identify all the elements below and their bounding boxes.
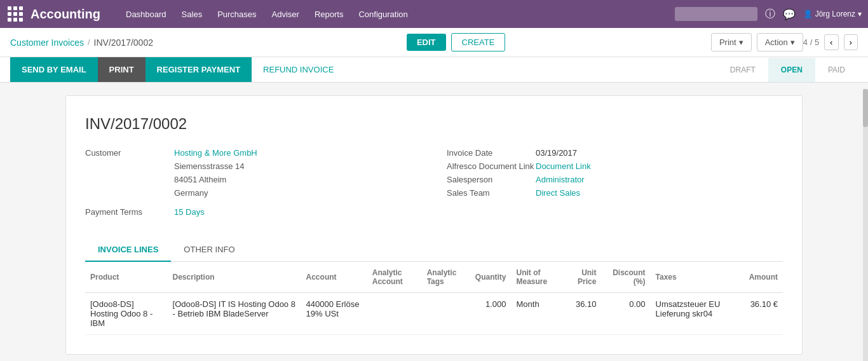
create-button[interactable]: CREATE bbox=[451, 33, 506, 51]
refund-invoice-button[interactable]: REFUND INVOICE bbox=[252, 57, 345, 82]
col-description: Description bbox=[168, 262, 301, 293]
invoice-header: Customer Hosting & More GmbH Siemensstra… bbox=[85, 148, 783, 219]
main-content: INV/2017/0002 Customer Hosting & More Gm… bbox=[53, 83, 815, 361]
send-by-email-button[interactable]: SEND BY EMAIL bbox=[10, 57, 98, 82]
tabs: INVOICE LINES OTHER INFO bbox=[85, 238, 783, 262]
global-search-input[interactable] bbox=[675, 7, 757, 21]
cell-discount: 0.00 bbox=[601, 293, 650, 335]
print-wf-button[interactable]: PRINT bbox=[98, 57, 146, 82]
pagination-text: 4 / 5 bbox=[803, 37, 819, 47]
alfresco-value[interactable]: Document Link bbox=[536, 161, 591, 171]
col-product: Product bbox=[85, 262, 168, 293]
alfresco-row: Alfresco Document Link Document Link bbox=[447, 161, 783, 171]
workflow-bar: SEND BY EMAIL PRINT REGISTER PAYMENT REF… bbox=[0, 57, 868, 83]
col-amount: Amount bbox=[744, 262, 783, 293]
print-dropdown-icon: ▾ bbox=[739, 37, 743, 47]
col-uom: Unit of Measure bbox=[512, 262, 564, 293]
grid-menu-icon[interactable] bbox=[6, 5, 24, 23]
breadcrumb-parent[interactable]: Customer Invoices bbox=[10, 37, 84, 48]
step-paid[interactable]: PAID bbox=[815, 58, 858, 82]
breadcrumb-current: INV/2017/0002 bbox=[94, 37, 153, 48]
nav-purchases[interactable]: Purchases bbox=[211, 7, 262, 22]
action-bar: Customer Invoices / INV/2017/0002 EDIT C… bbox=[0, 28, 868, 57]
col-unit-price: Unit Price bbox=[564, 262, 602, 293]
alfresco-label: Alfresco Document Link bbox=[447, 161, 536, 171]
invoice-left-fields: Customer Hosting & More GmbH Siemensstra… bbox=[85, 148, 421, 219]
tab-other-info[interactable]: OTHER INFO bbox=[171, 238, 247, 262]
step-draft[interactable]: DRAFT bbox=[717, 58, 768, 82]
scrollbar[interactable] bbox=[863, 89, 868, 361]
salesperson-value[interactable]: Administrator bbox=[536, 175, 585, 184]
status-steps: DRAFT OPEN PAID bbox=[717, 58, 858, 82]
action-button[interactable]: Action ▾ bbox=[757, 33, 803, 51]
cell-uom: Month bbox=[512, 293, 564, 335]
col-analytic-account: Analytic Account bbox=[367, 262, 422, 293]
user-name: Jörg Lorenz bbox=[815, 10, 855, 18]
edit-button[interactable]: EDIT bbox=[407, 34, 446, 51]
prev-page-button[interactable]: ‹ bbox=[824, 34, 838, 50]
action-dropdown-icon: ▾ bbox=[790, 37, 795, 47]
address-line1: Siemensstrasse 14 bbox=[174, 160, 421, 174]
cell-quantity: 1.000 bbox=[470, 293, 512, 335]
invoice-date-value: 03/19/2017 bbox=[536, 148, 577, 158]
col-account: Account bbox=[301, 262, 367, 293]
user-avatar-icon: 👤 bbox=[803, 10, 813, 18]
customer-name[interactable]: Hosting & More GmbH bbox=[174, 148, 257, 158]
payment-terms-label: Payment Terms bbox=[85, 207, 174, 217]
salesperson-row: Salesperson Administrator bbox=[447, 175, 783, 184]
register-payment-button[interactable]: REGISTER PAYMENT bbox=[146, 57, 252, 82]
tab-invoice-lines[interactable]: INVOICE LINES bbox=[85, 238, 171, 262]
user-dropdown-icon: ▾ bbox=[858, 10, 862, 18]
step-open[interactable]: OPEN bbox=[768, 58, 815, 82]
nav-menu: Dashboard Sales Purchases Adviser Report… bbox=[119, 7, 675, 22]
invoice-lines-table: Product Description Account Analytic Acc… bbox=[85, 262, 783, 335]
user-menu[interactable]: 👤 Jörg Lorenz ▾ bbox=[803, 10, 862, 18]
cell-taxes: Umsatzsteuer EU Lieferung skr04 bbox=[651, 293, 744, 335]
col-analytic-tags: Analytic Tags bbox=[422, 262, 470, 293]
address-line2: 84051 Altheim bbox=[174, 174, 421, 187]
salesperson-label: Salesperson bbox=[447, 175, 536, 184]
invoice-date-label: Invoice Date bbox=[447, 148, 536, 158]
nav-configuration[interactable]: Configuration bbox=[352, 7, 414, 22]
chat-icon[interactable]: 💬 bbox=[783, 8, 796, 20]
breadcrumb: Customer Invoices / INV/2017/0002 bbox=[10, 37, 407, 48]
cell-analytic-tags bbox=[422, 293, 470, 335]
cell-amount: 36.10 € bbox=[744, 293, 783, 335]
address-line3: Germany bbox=[174, 187, 421, 200]
breadcrumb-separator: / bbox=[88, 37, 90, 47]
nav-reports[interactable]: Reports bbox=[308, 7, 350, 22]
table-row: [Odoo8-DS] Hosting Odoo 8 - IBM [Odoo8-D… bbox=[85, 293, 783, 335]
scrollbar-thumb[interactable] bbox=[863, 89, 868, 127]
action-label: Action bbox=[765, 37, 788, 47]
customer-address: Siemensstrasse 14 84051 Altheim Germany bbox=[174, 160, 421, 200]
action-buttons: EDIT CREATE Print ▾ Action ▾ bbox=[407, 33, 803, 51]
col-discount: Discount (%) bbox=[601, 262, 650, 293]
help-icon[interactable]: ⓘ bbox=[765, 8, 775, 21]
nav-adviser[interactable]: Adviser bbox=[266, 7, 306, 22]
nav-sales[interactable]: Sales bbox=[175, 7, 209, 22]
print-button[interactable]: Print ▾ bbox=[711, 33, 752, 51]
invoice-right-fields: Invoice Date 03/19/2017 Alfresco Documen… bbox=[447, 148, 783, 219]
next-page-button[interactable]: › bbox=[844, 34, 858, 50]
print-label: Print bbox=[719, 37, 736, 47]
sales-team-row: Sales Team Direct Sales bbox=[447, 188, 783, 198]
invoice-card: INV/2017/0002 Customer Hosting & More Gm… bbox=[65, 95, 803, 355]
cell-description: [Odoo8-DS] IT IS Hosting Odoo 8 - Betrie… bbox=[168, 293, 301, 335]
cell-account: 440000 Erlöse 19% USt bbox=[301, 293, 367, 335]
payment-terms-value[interactable]: 15 Days bbox=[174, 207, 205, 217]
sales-team-value[interactable]: Direct Sales bbox=[536, 188, 580, 198]
invoice-number: INV/2017/0002 bbox=[85, 115, 783, 133]
pagination-area: 4 / 5 ‹ › bbox=[803, 34, 858, 50]
invoice-date-row: Invoice Date 03/19/2017 bbox=[447, 148, 783, 158]
cell-product: [Odoo8-DS] Hosting Odoo 8 - IBM bbox=[85, 293, 168, 335]
nav-right-area: ⓘ 💬 👤 Jörg Lorenz ▾ bbox=[675, 7, 862, 21]
payment-terms-field-row: Payment Terms 15 Days bbox=[85, 207, 421, 217]
nav-dashboard[interactable]: Dashboard bbox=[119, 7, 173, 22]
col-taxes: Taxes bbox=[651, 262, 744, 293]
col-quantity: Quantity bbox=[470, 262, 512, 293]
sales-team-label: Sales Team bbox=[447, 188, 536, 198]
cell-analytic-account bbox=[367, 293, 422, 335]
customer-label: Customer bbox=[85, 148, 174, 158]
cell-unit-price: 36.10 bbox=[564, 293, 602, 335]
brand-name[interactable]: Accounting bbox=[31, 7, 100, 22]
